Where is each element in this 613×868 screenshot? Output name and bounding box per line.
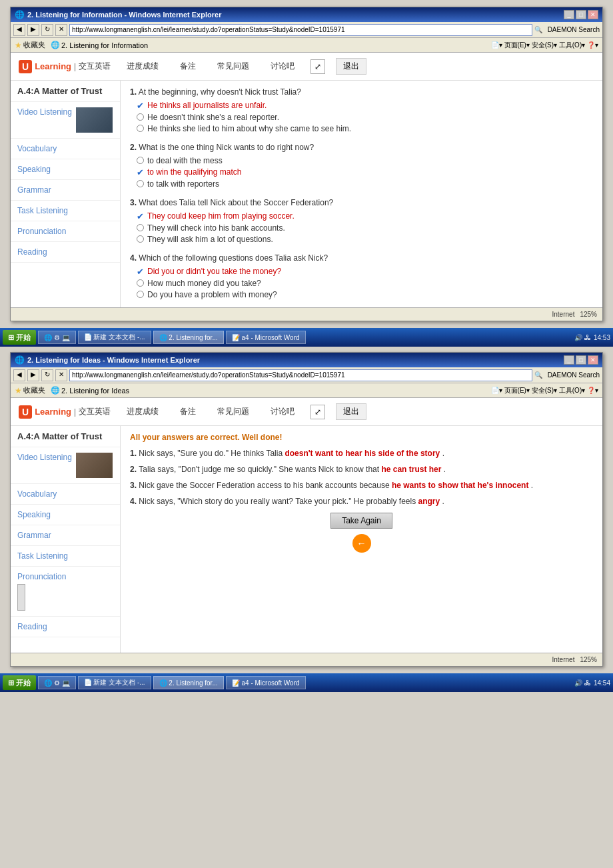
favorites-btn-1[interactable]: ★ 收藏夹 <box>15 40 45 50</box>
task-newfile-2[interactable]: 📄 新建 文本文档 -... <box>78 676 151 689</box>
a3-highlighted: he wants to show that he's innocent <box>392 481 529 490</box>
task-listening-2[interactable]: 🌐 2. Listening for... <box>153 676 224 689</box>
q1-opt2[interactable]: He doesn't think she's a real reporter. <box>137 113 593 122</box>
close-button-1[interactable]: ✕ <box>588 10 598 19</box>
sidebar-thumb-video-1 <box>76 107 113 133</box>
minimize-button-2[interactable]: _ <box>564 355 574 365</box>
stop-button-2[interactable]: ✕ <box>55 369 67 381</box>
question-1: 1. At the beginning, why doesn't Nick tr… <box>130 87 593 133</box>
taskbar-1: ⊞ 开始 🌐 ⚙ 💻 📄 新建 文本文档 -... 🌐 2. Listening… <box>0 328 613 347</box>
questions-panel-1: 1. At the beginning, why doesn't Nick tr… <box>121 81 602 307</box>
nav-discuss-1[interactable]: 讨论吧 <box>265 58 300 75</box>
task-word-1[interactable]: 📝 a4 - Microsoft Word <box>226 331 306 344</box>
close-button-2[interactable]: ✕ <box>588 355 598 365</box>
q3-opt2[interactable]: They will check into his bank accounts. <box>137 223 593 233</box>
nav-exit-1[interactable]: 退出 <box>336 58 366 75</box>
nav-progress-1[interactable]: 进度成绩 <box>121 58 164 75</box>
sidebar-item-task-1[interactable]: Task Listening <box>11 201 120 221</box>
fav-tab-label-1: 2. Listening for Information <box>61 41 148 49</box>
q3-opt1[interactable]: ✔ They could keep him from playing socce… <box>137 211 593 221</box>
task-icons-2[interactable]: 🌐 ⚙ 💻 <box>38 676 76 689</box>
sidebar-main-section-2: A.4:A Matter of Trust <box>11 426 120 447</box>
nav-discuss-2[interactable]: 讨论吧 <box>265 403 300 420</box>
nav-expand-icon-1[interactable]: ⤢ <box>310 59 325 74</box>
ie-icon: 🌐 <box>15 10 25 19</box>
fav-tab-2[interactable]: 🌐 2. Listening for Ideas <box>51 386 129 395</box>
minimize-button-1[interactable]: _ <box>564 10 574 19</box>
sidebar-item-task-2[interactable]: Task Listening <box>11 546 120 567</box>
content-area-1: A.4:A Matter of Trust Video Listening Vo… <box>11 81 602 307</box>
logo-2: U Learning | 交互英语 <box>19 405 111 419</box>
sidebar-item-speaking-2[interactable]: Speaking <box>11 505 120 525</box>
zoom-level-1: 125% <box>580 311 597 318</box>
sidebar-item-pronunciation-2[interactable]: Pronunciation <box>11 567 120 617</box>
fav-star-icon-1: ★ <box>15 41 22 50</box>
address-input-2[interactable] <box>69 369 532 381</box>
maximize-button-1[interactable]: □ <box>576 10 586 19</box>
fav-label-1: 收藏夹 <box>23 40 45 50</box>
sidebar-item-grammar-2[interactable]: Grammar <box>11 525 120 546</box>
refresh-button-2[interactable]: ↻ <box>41 369 53 381</box>
back-button-circle[interactable]: ← <box>352 534 371 553</box>
q2-opt1[interactable]: to deal with the mess <box>137 156 593 165</box>
logo-sep-1: | <box>74 62 76 71</box>
sidebar-item-vocab-1[interactable]: Vocabulary <box>11 139 120 159</box>
sidebar-main-title-1: A.4:A Matter of Trust <box>17 86 113 96</box>
sidebar-item-speaking-1[interactable]: Speaking <box>11 159 120 180</box>
q1-opt3[interactable]: He thinks she lied to him about why she … <box>137 124 593 133</box>
address-bar-2: ◀ ▶ ↻ ✕ 🔍 DAEMON Search <box>11 367 602 383</box>
forward-button-1[interactable]: ▶ <box>27 24 39 36</box>
logo-1: U Learning | 交互英语 <box>19 60 111 73</box>
sidebar-item-grammar-1[interactable]: Grammar <box>11 180 120 201</box>
forward-button-2[interactable]: ▶ <box>27 369 39 381</box>
nav-faq-2[interactable]: 常见问题 <box>212 403 255 420</box>
task-icons-1[interactable]: 🌐 ⚙ 💻 <box>38 331 76 344</box>
q4-radio3 <box>137 291 144 298</box>
q4-opt3[interactable]: Do you have a problem with money? <box>137 290 593 299</box>
q1-opt1[interactable]: ✔ He thinks all journalists are unfair. <box>137 101 593 111</box>
task-word-2[interactable]: 📝 a4 - Microsoft Word <box>226 676 306 689</box>
address-input-1[interactable] <box>69 24 532 36</box>
nav-notes-2[interactable]: 备注 <box>175 403 201 420</box>
sidebar-item-video-2[interactable]: Video Listening <box>11 447 120 484</box>
nav-exit-2[interactable]: 退出 <box>336 403 366 420</box>
nav-faq-1[interactable]: 常见问题 <box>212 58 255 75</box>
q4-opt1[interactable]: ✔ Did you or didn't you take the money? <box>137 267 593 277</box>
favorites-btn-2[interactable]: ★ 收藏夹 <box>15 385 45 395</box>
nav-notes-1[interactable]: 备注 <box>175 58 201 75</box>
a2-text-before: Talia says, "Don't judge me so quickly."… <box>139 465 381 474</box>
start-label-1: 开始 <box>16 333 31 343</box>
refresh-button-1[interactable]: ↻ <box>41 24 53 36</box>
q2-num: 2. <box>130 143 137 152</box>
nav-progress-2[interactable]: 进度成绩 <box>121 403 164 420</box>
q2-opt3[interactable]: to talk with reporters <box>137 179 593 189</box>
maximize-button-2[interactable]: □ <box>576 355 586 365</box>
take-again-button[interactable]: Take Again <box>330 513 392 529</box>
sidebar-item-video-1[interactable]: Video Listening <box>11 102 120 139</box>
back-button-2[interactable]: ◀ <box>13 369 25 381</box>
sidebar-link-vocab-1: Vocabulary <box>17 144 57 153</box>
sidebar-item-reading-1[interactable]: Reading <box>11 242 120 263</box>
a1-highlighted: doesn't want to hear his side of the sto… <box>285 449 440 458</box>
a3-num: 3. <box>130 481 139 490</box>
q4-num: 4. <box>130 253 137 263</box>
nav-expand-icon-2[interactable]: ⤢ <box>310 405 325 419</box>
q4-opt2[interactable]: How much money did you take? <box>137 279 593 288</box>
task-listening-1[interactable]: 🌐 2. Listening for... <box>153 331 224 344</box>
fav-tab-1[interactable]: 🌐 2. Listening for Information <box>51 41 148 49</box>
tray-icons-1: 🔊 🖧 <box>574 334 591 341</box>
q2-opt3-text: to talk with reporters <box>147 179 219 189</box>
back-button-1[interactable]: ◀ <box>13 24 25 36</box>
task-newfile-1[interactable]: 📄 新建 文本文档 -... <box>78 331 151 344</box>
q3-opt3[interactable]: They will ask him a lot of questions. <box>137 235 593 244</box>
sys-tray-1: 🔊 🖧 14:53 <box>574 334 610 341</box>
start-button-2[interactable]: ⊞ 开始 <box>3 675 36 690</box>
answer-1: 1. Nick says, "Sure you do." He thinks T… <box>130 449 593 458</box>
sidebar-item-reading-2[interactable]: Reading <box>11 617 120 637</box>
q2-opt2[interactable]: ✔ to win the qualifying match <box>137 167 593 177</box>
start-button-1[interactable]: ⊞ 开始 <box>3 330 36 345</box>
stop-button-1[interactable]: ✕ <box>55 24 67 36</box>
sidebar-item-vocab-2[interactable]: Vocabulary <box>11 484 120 505</box>
window1: 🌐 2. Listening for Information - Windows… <box>10 7 603 321</box>
sidebar-item-pronunciation-1[interactable]: Pronunciation <box>11 221 120 242</box>
